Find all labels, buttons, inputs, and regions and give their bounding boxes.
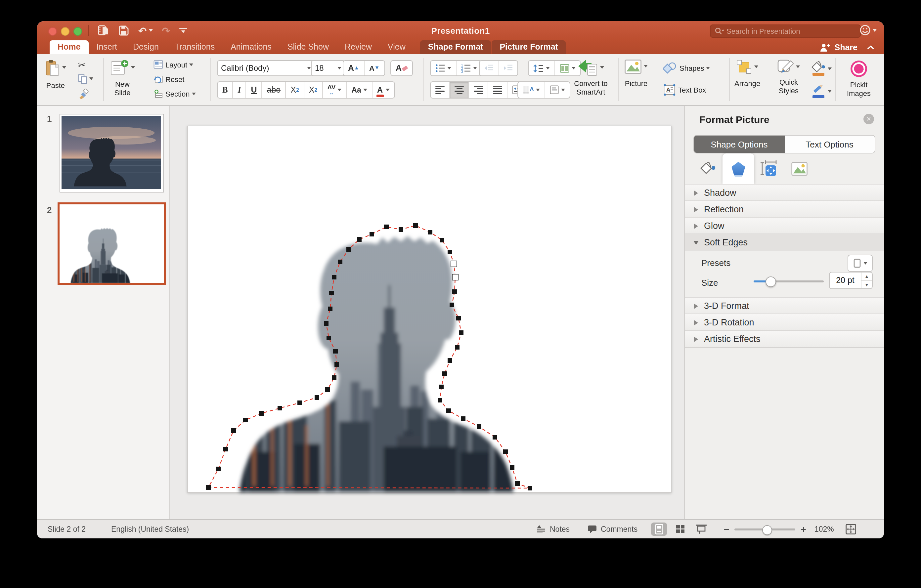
zoom-slider-knob[interactable] <box>762 525 772 535</box>
feedback-smiley-button[interactable] <box>859 24 877 36</box>
increase-indent-button[interactable] <box>499 61 517 75</box>
edit-point[interactable] <box>447 250 452 254</box>
paste-button[interactable]: Paste <box>45 60 66 89</box>
language-indicator[interactable]: English (United States) <box>111 520 189 538</box>
picture-dropdown-icon[interactable] <box>644 65 648 67</box>
edit-point[interactable] <box>449 302 454 307</box>
edit-point[interactable] <box>327 336 331 340</box>
reset-button[interactable]: Reset <box>153 75 185 83</box>
shape-outline-dropdown-icon[interactable] <box>828 90 832 93</box>
zoom-slider[interactable] <box>734 525 795 534</box>
new-slide-dropdown-icon[interactable] <box>131 66 135 69</box>
subscript-button[interactable]: X2 <box>304 82 323 98</box>
edit-point-selected[interactable] <box>452 274 458 280</box>
edit-point[interactable] <box>528 486 532 491</box>
presets-dropdown-button[interactable] <box>848 255 873 272</box>
3d-rotation-section-header[interactable]: 3-D Rotation <box>685 313 884 331</box>
fill-line-tab-icon[interactable] <box>699 160 716 177</box>
shape-options-tab[interactable]: Shape Options <box>694 136 784 153</box>
edit-point[interactable] <box>243 418 248 422</box>
edit-point[interactable] <box>446 408 451 413</box>
edit-point[interactable] <box>315 395 319 400</box>
edit-point[interactable] <box>384 224 389 229</box>
reflection-section-header[interactable]: Reflection <box>685 200 884 218</box>
decrease-indent-button[interactable] <box>480 61 499 75</box>
edit-point[interactable] <box>515 481 520 486</box>
layout-dropdown-icon[interactable] <box>189 63 193 66</box>
soft-edge-size-field[interactable]: 20 pt ▲▼ <box>829 272 873 289</box>
edit-point[interactable] <box>438 398 442 403</box>
edit-point[interactable] <box>399 227 403 232</box>
edit-point[interactable] <box>333 349 338 354</box>
edit-point[interactable] <box>456 316 461 320</box>
shape-fill-button[interactable] <box>811 61 832 77</box>
comments-button[interactable]: Comments <box>587 520 638 538</box>
stepper-up-icon[interactable]: ▲ <box>861 273 872 281</box>
normal-view-button[interactable] <box>651 523 667 536</box>
slide-1-thumbnail[interactable] <box>60 114 164 192</box>
edit-point[interactable] <box>216 467 221 471</box>
panel-close-icon[interactable]: ✕ <box>864 114 874 124</box>
picture-tab-icon[interactable] <box>791 160 808 177</box>
new-slide-button[interactable]: New Slide <box>110 60 135 97</box>
edit-point[interactable] <box>428 230 432 234</box>
edit-point[interactable] <box>278 406 282 410</box>
arrange-button[interactable]: Arrange <box>734 60 760 88</box>
smiley-dropdown-icon[interactable] <box>873 29 877 31</box>
tab-animations[interactable]: Animations <box>223 41 280 54</box>
tab-transitions[interactable]: Transitions <box>167 41 223 54</box>
align-text-button[interactable] <box>545 82 570 98</box>
smartart-dropdown-icon[interactable] <box>600 66 604 69</box>
search-input[interactable]: Search in Presentation <box>710 24 861 38</box>
edit-point[interactable] <box>332 275 337 279</box>
superscript-button[interactable]: X2 <box>286 82 304 98</box>
zoom-in-icon[interactable]: + <box>801 524 806 534</box>
convert-smartart-button[interactable]: Convert to SmartArt <box>570 60 611 96</box>
slide-sorter-view-button[interactable] <box>672 523 688 536</box>
tab-design[interactable]: Design <box>125 41 167 54</box>
picture-button[interactable]: Picture <box>625 60 648 88</box>
pickit-images-button[interactable]: Pickit Images <box>840 60 877 97</box>
tab-view[interactable]: View <box>380 41 413 54</box>
tab-insert[interactable]: Insert <box>88 41 125 54</box>
font-color-button[interactable]: A <box>373 82 394 98</box>
cut-icon[interactable]: ✂ <box>78 60 86 70</box>
slide-show-button[interactable] <box>693 523 709 536</box>
edit-point[interactable] <box>329 291 334 295</box>
numbering-button[interactable]: 123 <box>457 61 482 75</box>
edit-point[interactable] <box>328 307 332 311</box>
quick-styles-button[interactable]: Quick Styles <box>773 60 805 95</box>
edit-point[interactable] <box>452 289 457 294</box>
size-properties-tab-icon[interactable] <box>760 160 778 177</box>
tab-picture-format[interactable]: Picture Format <box>491 41 566 54</box>
line-spacing-button[interactable] <box>529 61 555 75</box>
shapes-button[interactable]: Shapes <box>663 62 710 74</box>
soft-edge-size-slider[interactable] <box>753 276 824 286</box>
edit-point[interactable] <box>324 321 329 326</box>
edit-point[interactable] <box>338 260 342 264</box>
share-button[interactable]: Share <box>820 43 875 52</box>
tab-review[interactable]: Review <box>337 41 380 54</box>
soft-edges-section-header[interactable]: Soft Edges <box>685 234 884 251</box>
copy-button[interactable] <box>78 74 93 84</box>
collapse-ribbon-icon[interactable] <box>867 45 875 50</box>
layout-button[interactable]: Layout <box>153 60 193 69</box>
edit-point[interactable] <box>223 447 228 452</box>
bold-button[interactable]: B <box>218 82 233 98</box>
edit-point[interactable] <box>357 237 361 242</box>
align-left-button[interactable] <box>431 82 450 98</box>
edit-point[interactable] <box>493 435 497 440</box>
change-case-button[interactable]: Aa <box>347 82 372 98</box>
edit-point[interactable] <box>442 371 447 376</box>
bullets-button[interactable] <box>431 61 457 75</box>
zoom-out-icon[interactable]: − <box>724 524 729 534</box>
glow-section-header[interactable]: Glow <box>685 217 884 235</box>
notes-button[interactable]: Notes <box>537 520 570 538</box>
align-right-button[interactable] <box>469 82 488 98</box>
edit-point[interactable] <box>455 345 459 349</box>
justify-button[interactable] <box>488 82 508 98</box>
edit-point[interactable] <box>325 387 330 392</box>
underline-button[interactable]: U <box>246 82 262 98</box>
text-direction-button[interactable]: A <box>518 82 545 98</box>
section-dropdown-icon[interactable] <box>192 92 195 95</box>
